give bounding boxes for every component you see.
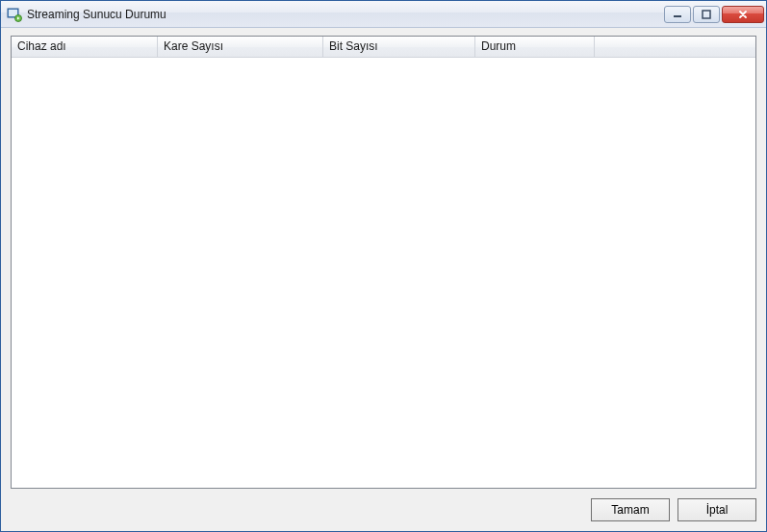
column-header-frame-count[interactable]: Kare Sayısı	[158, 37, 323, 57]
svg-rect-3	[674, 15, 681, 17]
column-header-bit-count[interactable]: Bit Sayısı	[323, 37, 475, 57]
table-header-row: Cihaz adı Kare Sayısı Bit Sayısı Durum	[12, 37, 755, 58]
dialog-button-row: Tamam İptal	[11, 489, 756, 521]
window-controls	[664, 6, 764, 23]
column-header-empty[interactable]	[595, 37, 755, 57]
minimize-button[interactable]	[664, 6, 691, 23]
titlebar: Streaming Sunucu Durumu	[1, 1, 766, 28]
app-icon	[7, 7, 22, 22]
cancel-button[interactable]: İptal	[678, 498, 756, 521]
table-body	[12, 58, 755, 488]
status-table: Cihaz adı Kare Sayısı Bit Sayısı Durum	[11, 36, 756, 489]
ok-button[interactable]: Tamam	[591, 498, 670, 521]
window-content: Cihaz adı Kare Sayısı Bit Sayısı Durum T…	[1, 28, 766, 531]
window-title: Streaming Sunucu Durumu	[27, 8, 664, 21]
svg-rect-4	[703, 11, 710, 18]
maximize-button[interactable]	[693, 6, 720, 23]
column-header-device-name[interactable]: Cihaz adı	[12, 37, 158, 57]
close-button[interactable]	[722, 6, 764, 23]
column-header-status[interactable]: Durum	[475, 37, 595, 57]
